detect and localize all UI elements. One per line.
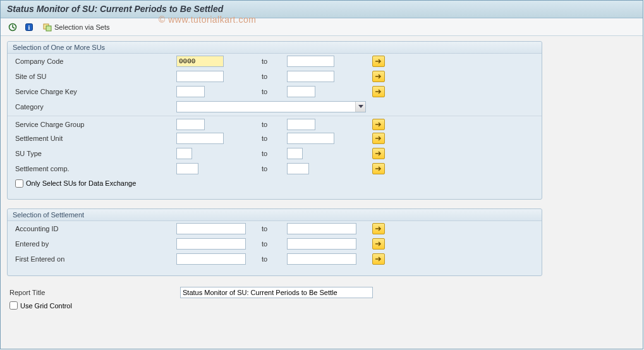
label-sc-group: Service Charge Group [15,121,176,128]
label-settlement-comp: Settlement comp. [15,165,176,172]
row-only-select: Only Select SUs for Data Exchange [8,176,542,190]
to-label: to [262,121,287,128]
arrow-right-icon [375,256,382,262]
arrow-right-icon [375,241,382,246]
info-icon: i [25,23,33,32]
arrow-right-icon [375,59,382,64]
category-input[interactable] [176,101,366,112]
label-sc-key: Service Charge Key [15,88,176,95]
label-entered-by: Entered by [15,240,176,248]
arrow-right-icon [375,151,382,156]
info-button[interactable]: i [22,21,36,33]
row-company-code: Company Code to [8,54,542,69]
arrow-right-icon [375,89,382,94]
row-entered-by: Entered by to [8,236,542,251]
entered-by-multi-button[interactable] [372,238,385,250]
accounting-id-multi-button[interactable] [372,223,385,234]
to-label: to [262,135,287,142]
company-code-from-input[interactable] [176,56,224,67]
sets-label: Selection via Sets [54,23,109,31]
row-settlement-unit: Settlement Unit to [8,131,542,146]
panel-su-selection: Selection of One or More SUs Company Cod… [7,41,542,200]
accounting-id-from-input[interactable] [176,223,246,234]
row-sc-group: Service Charge Group to [8,116,542,131]
row-su-type: SU Type to [8,146,542,161]
label-site: Site of SU [15,73,176,80]
label-report-title: Report Title [9,289,180,296]
site-from-input[interactable] [176,71,224,82]
panel-settlement-title: Selection of Settlement [8,209,542,221]
settlement-unit-to-input[interactable] [287,133,334,144]
entered-by-from-input[interactable] [176,238,246,250]
app-window: Status Monitor of SU: Current Periods to… [0,0,643,349]
to-label: to [262,255,287,263]
execute-button[interactable] [6,21,20,33]
chevron-down-icon [358,105,363,109]
site-to-input[interactable] [287,71,334,82]
label-su-type: SU Type [15,150,176,157]
settlement-unit-from-input[interactable] [176,133,224,144]
arrow-right-icon [375,226,382,231]
use-grid-label: Use Grid Control [20,302,72,310]
settlement-comp-from-input[interactable] [176,163,198,174]
first-entered-multi-button[interactable] [372,253,385,265]
only-select-checkbox[interactable] [15,179,23,188]
content-area: © www.tutorialkart.com Selection of One … [1,36,643,316]
window-title: Status Monitor of SU: Current Periods to… [7,4,223,14]
sc-key-to-input[interactable] [287,86,315,97]
company-code-multi-button[interactable] [372,56,385,67]
arrow-right-icon [375,136,382,141]
settlement-comp-multi-button[interactable] [372,163,385,174]
label-company-code: Company Code [15,57,176,65]
row-report-title: Report Title [7,285,636,300]
to-label: to [262,57,287,65]
to-label: to [262,150,287,157]
label-first-entered: First Entered on [15,255,176,263]
window-title-bar: Status Monitor of SU: Current Periods to… [1,1,643,18]
report-title-input[interactable] [180,287,373,298]
row-accounting-id: Accounting ID to [8,221,542,236]
clock-execute-icon [8,23,17,32]
sc-key-from-input[interactable] [176,86,205,97]
first-entered-from-input[interactable] [176,253,246,265]
su-type-to-input[interactable] [287,148,303,159]
svg-text:i: i [28,24,30,31]
only-select-label: Only Select SUs for Data Exchange [26,179,136,187]
row-settlement-comp: Settlement comp. to [8,161,542,176]
svg-rect-4 [46,26,51,31]
sets-icon [43,23,52,32]
label-accounting-id: Accounting ID [15,225,176,232]
to-label: to [262,225,287,232]
su-type-multi-button[interactable] [372,148,385,159]
sc-key-multi-button[interactable] [372,86,385,97]
row-sc-key: Service Charge Key to [8,84,542,99]
to-label: to [262,73,287,80]
site-multi-button[interactable] [372,71,385,82]
settlement-comp-to-input[interactable] [287,163,309,174]
selection-via-sets-button[interactable]: Selection via Sets [39,21,114,33]
accounting-id-to-input[interactable] [287,223,356,234]
to-label: to [262,165,287,172]
label-settlement-unit: Settlement Unit [15,135,176,142]
sc-group-multi-button[interactable] [372,119,385,130]
row-site: Site of SU to [8,69,542,84]
toolbar: i Selection via Sets [1,18,643,36]
sc-group-from-input[interactable] [176,119,205,130]
company-code-to-input[interactable] [287,56,334,67]
panel-su-title: Selection of One or More SUs [8,42,542,54]
sc-group-to-input[interactable] [287,119,315,130]
entered-by-to-input[interactable] [287,238,356,250]
su-type-from-input[interactable] [176,148,192,159]
category-dropdown[interactable] [176,101,366,112]
settlement-unit-multi-button[interactable] [372,133,385,144]
to-label: to [262,88,287,95]
first-entered-to-input[interactable] [287,253,356,265]
row-use-grid: Use Grid Control [7,300,636,311]
label-category: Category [15,103,176,111]
use-grid-checkbox[interactable] [9,301,18,310]
arrow-right-icon [375,166,382,171]
to-label: to [262,240,287,248]
arrow-right-icon [375,74,382,79]
category-dropdown-button[interactable] [355,102,365,112]
row-category: Category [8,99,542,114]
